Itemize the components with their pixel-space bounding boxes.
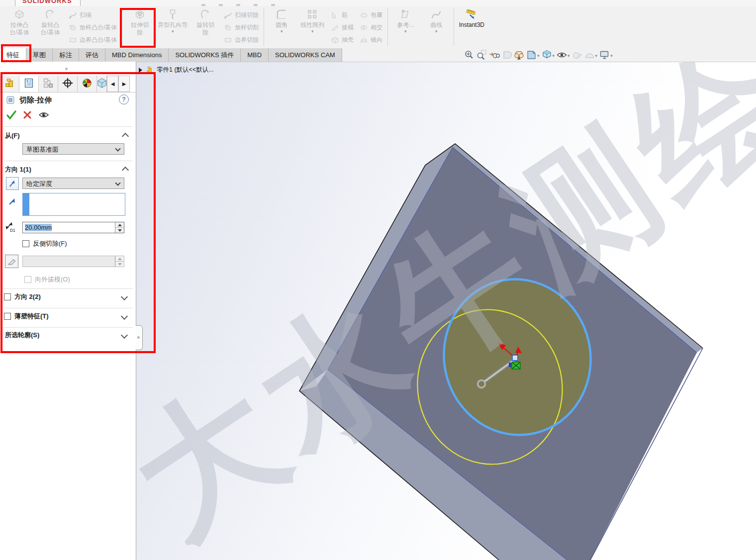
headsup-display-style-button[interactable]: ▾	[526, 49, 540, 62]
draft-button[interactable]	[5, 255, 18, 268]
tab-solidworks-cam[interactable]: SOLIDWORKS CAM	[269, 48, 342, 62]
feature-tree-flyout[interactable]: 零件1 (默认<<默认...	[139, 66, 214, 74]
depth-value[interactable]: 20.00mm	[25, 224, 52, 231]
panel-splitter-dot[interactable]	[65, 68, 68, 70]
ribbon-wrap-button[interactable]: 包覆	[357, 9, 385, 21]
ribbon-loft-cut-button[interactable]: 放样切割	[221, 21, 262, 34]
configuration-manager-tab[interactable]	[39, 76, 58, 92]
headsup-view-settings-button[interactable]: ▾	[599, 49, 613, 62]
ribbon-sweep-button[interactable]: 扫描	[66, 9, 120, 21]
sweep-icon	[69, 11, 77, 19]
headsup-section-view-button	[501, 49, 512, 62]
flip-side-checkbox[interactable]	[22, 240, 29, 247]
spin-down-button[interactable]	[115, 228, 124, 233]
ribbon-reference-geometry-button[interactable]: 参考...▾	[390, 7, 421, 47]
headsup-zoom-to-fit-button[interactable]	[464, 49, 475, 62]
tab-mbd[interactable]: MBD	[241, 48, 269, 62]
tab-scroll-right-button[interactable]: ▶	[118, 76, 130, 92]
ribbon-boundary-cut-button[interactable]: 边界切除	[221, 34, 262, 46]
ribbon-intersect-button[interactable]: 相交	[357, 21, 385, 34]
ribbon-sweep-cut-button[interactable]: 扫描切除	[221, 9, 262, 21]
headsup-view-orientation-button[interactable]: ▾	[541, 49, 556, 62]
headsup-hide-show-annotations-button[interactable]	[513, 49, 525, 62]
dropdown-caret-icon[interactable]: ▾	[404, 29, 407, 33]
tab-标注[interactable]: 标注	[53, 48, 79, 62]
ribbon-rib-button[interactable]: 筋	[328, 9, 357, 21]
graphics-area[interactable]: 大水牛测绘 零件1 (默认<<默认...	[136, 62, 756, 560]
dropdown-caret-icon[interactable]: ▾	[172, 29, 174, 33]
ribbon-group-reference: 参考...▾曲线▾	[389, 6, 453, 48]
expand-tree-arrow-icon[interactable]	[139, 68, 142, 73]
tab-mbd-dimensions[interactable]: MBD Dimensions	[105, 48, 169, 62]
thin-feature-section-header[interactable]: 薄壁特征(T)	[4, 311, 132, 321]
cancel-button[interactable]	[22, 109, 33, 122]
feature-manager-tab[interactable]	[0, 76, 19, 92]
ribbon-hole-wizard-button[interactable]: 异型孔向导▾	[155, 7, 190, 47]
from-section-header[interactable]: 从(F)	[0, 130, 136, 141]
headsup-previous-view-button[interactable]	[488, 49, 500, 62]
reverse-direction-button[interactable]	[6, 177, 19, 190]
collapse-chevron-icon[interactable]	[122, 167, 129, 174]
ribbon-revolve-cut-button[interactable]: 旋转切除	[190, 7, 221, 47]
ribbon-loft-boss-button[interactable]: 放样凸台/基体	[66, 21, 120, 34]
direction-reference-selection-box[interactable]	[22, 193, 125, 216]
tab-scroll-left-button[interactable]: ◀	[107, 76, 118, 92]
headsup-zoom-to-area-button[interactable]	[476, 49, 487, 62]
selected-contours-label: 所选轮廓(S)	[5, 331, 39, 340]
ribbon-instant3d-button[interactable]: Instant3D	[456, 7, 487, 47]
tab-solidworks-插件[interactable]: SOLIDWORKS 插件	[169, 48, 241, 62]
property-manager-tab[interactable]	[19, 76, 39, 92]
revolve-cut-label: 旋转切除	[196, 21, 214, 36]
expand-chevron-icon[interactable]	[121, 332, 128, 339]
ribbon-boundary-boss-button[interactable]: 边界凸台/基体	[66, 34, 120, 46]
depth-spinner[interactable]	[115, 222, 124, 233]
help-button[interactable]: ?	[119, 94, 129, 104]
ribbon-shell-button[interactable]: 抽壳	[328, 34, 357, 46]
model-3d-view[interactable]	[136, 62, 756, 560]
ribbon-draft-button[interactable]: 拔模	[328, 21, 357, 34]
direction2-checkbox[interactable]	[4, 293, 11, 300]
tab-草图[interactable]: 草图	[26, 48, 53, 62]
direction1-section-header[interactable]: 方向 1(1)	[0, 164, 136, 175]
spin-up-button[interactable]	[115, 222, 124, 228]
tab-特征[interactable]: 特征	[0, 48, 26, 62]
dropdown-caret-icon[interactable]: ▾	[311, 29, 314, 33]
dropdown-caret-icon[interactable]: ▾	[553, 53, 555, 58]
ribbon-mirror-button[interactable]: 镜向	[357, 34, 385, 46]
preview-eye-button[interactable]	[38, 109, 49, 122]
ribbon-linear-pattern-button[interactable]: 线性阵列▾	[297, 7, 328, 47]
end-condition-dropdown[interactable]: 给定深度	[22, 178, 124, 189]
ribbon-revolve-boss-button[interactable]: 旋转凸台/基体	[35, 7, 66, 47]
collapse-chevron-icon[interactable]	[122, 133, 129, 140]
start-condition-dropdown[interactable]: 草图基准面	[22, 143, 124, 155]
dropdown-caret-icon[interactable]: ▾	[595, 53, 598, 58]
part-icon	[145, 66, 154, 74]
ribbon-extrude-boss-button[interactable]: 拉伸凸台/基体	[4, 7, 35, 47]
direction2-section-header[interactable]: 方向 2(2)	[4, 292, 132, 302]
display-manager-tab[interactable]	[78, 76, 97, 92]
dropdown-caret-icon[interactable]: ▾	[435, 29, 438, 33]
dropdown-caret-icon[interactable]: ▾	[567, 53, 570, 58]
thin-feature-checkbox[interactable]	[4, 313, 11, 320]
sweep-label: 扫描	[80, 11, 92, 19]
ok-button[interactable]	[6, 109, 17, 122]
depth-spinbox[interactable]: 20.00mm	[22, 222, 124, 233]
headsup-hide-show-items-button[interactable]: ▾	[556, 49, 570, 62]
ribbon-extrude-cut-button[interactable]: 拉伸切除	[124, 7, 155, 47]
selected-contours-section-header[interactable]: 所选轮廓(S)	[5, 330, 132, 340]
tab-评估[interactable]: 评估	[79, 48, 105, 62]
from-label: 从(F)	[5, 132, 20, 139]
dropdown-caret-icon[interactable]: ▾	[537, 53, 540, 58]
dropdown-caret-icon[interactable]: ▾	[610, 53, 613, 58]
revolve-cut-icon	[199, 8, 211, 20]
dropdown-caret-icon[interactable]: ▾	[281, 29, 283, 33]
addin-tab[interactable]	[97, 76, 107, 92]
ribbon-fillet-button[interactable]: 圆角▾	[266, 7, 297, 47]
headsup-edit-appearance-button	[571, 49, 583, 62]
expand-chevron-icon[interactable]	[121, 313, 128, 320]
part-name[interactable]: 零件1 (默认<<默认...	[157, 66, 214, 74]
dimxpert-tab[interactable]	[58, 76, 78, 92]
expand-chevron-icon[interactable]	[121, 293, 128, 300]
ribbon-curves-button[interactable]: 曲线▾	[421, 7, 452, 47]
panel-collapse-handle[interactable]	[136, 325, 143, 350]
